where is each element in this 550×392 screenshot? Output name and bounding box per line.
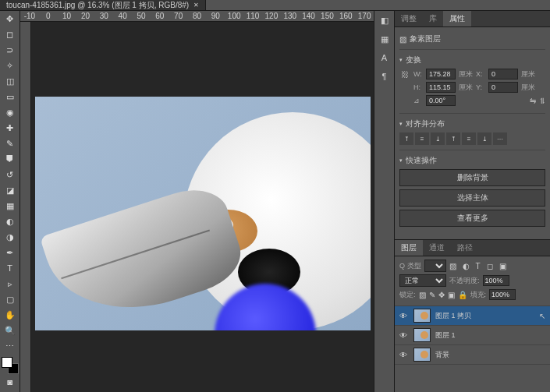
layer-thumbnail[interactable] bbox=[413, 348, 431, 362]
eraser-tool[interactable]: ◪ bbox=[0, 182, 20, 198]
filter-pixel-icon[interactable]: ▨ bbox=[449, 262, 456, 270]
tab-adjust[interactable]: 调整 bbox=[395, 11, 423, 26]
align-hcenter[interactable]: ≡ bbox=[415, 132, 429, 145]
align-top[interactable]: ⤒ bbox=[446, 132, 460, 145]
properties-header: 象素图层 bbox=[410, 34, 441, 44]
document-title: toucan-4185361.jpg @ 16.3% (图层 1 拷贝, RGB… bbox=[6, 0, 189, 11]
align-more[interactable]: ⋯ bbox=[493, 132, 507, 145]
remove-background-button[interactable]: 删除背景 bbox=[399, 169, 545, 186]
layer-row[interactable]: 👁 背景 bbox=[395, 345, 550, 365]
opacity-field[interactable] bbox=[483, 275, 509, 286]
align-right[interactable]: ⤓ bbox=[431, 132, 445, 145]
flip-horizontal-icon[interactable]: ⇋ bbox=[530, 97, 536, 105]
align-left[interactable]: ⤒ bbox=[399, 132, 413, 145]
view-more-button[interactable]: 查看更多 bbox=[399, 210, 545, 227]
document-tab[interactable]: toucan-4185361.jpg @ 16.3% (图层 1 拷贝, RGB… bbox=[0, 0, 206, 10]
flip-vertical-icon[interactable]: ⥮ bbox=[539, 97, 545, 105]
transform-title: 变换 bbox=[406, 55, 421, 65]
healing-tool[interactable]: ✚ bbox=[0, 120, 20, 136]
layer-kind-filter[interactable] bbox=[424, 260, 446, 272]
filter-smart-icon[interactable]: ▣ bbox=[499, 262, 506, 270]
layer-list: 👁 图层 1 拷贝 ↖ 👁 图层 1 👁 背景 bbox=[395, 306, 550, 392]
brush-tool[interactable]: ✎ bbox=[0, 136, 20, 151]
dodge-tool[interactable]: ◑ bbox=[0, 229, 20, 245]
select-subject-button[interactable]: 选择主体 bbox=[399, 189, 545, 207]
foreground-color-swatch[interactable] bbox=[2, 357, 12, 368]
visibility-icon[interactable]: 👁 bbox=[399, 331, 409, 340]
quick-mask-toggle[interactable]: ◙ bbox=[0, 374, 20, 390]
document-tab-bar: toucan-4185361.jpg @ 16.3% (图层 1 拷贝, RGB… bbox=[0, 0, 550, 11]
move-tool[interactable]: ✥ bbox=[0, 11, 20, 26]
color-swatches[interactable] bbox=[2, 357, 19, 374]
filter-shape-icon[interactable]: ◻ bbox=[487, 262, 493, 270]
height-field[interactable] bbox=[426, 82, 456, 93]
layer-thumbnail[interactable] bbox=[413, 309, 431, 323]
tab-layers[interactable]: 图层 bbox=[395, 240, 423, 256]
tab-library[interactable]: 库 bbox=[423, 11, 443, 26]
ruler-horizontal[interactable]: -100102030405060708090100110120130140150… bbox=[20, 11, 374, 22]
frame-tool[interactable]: ▭ bbox=[0, 89, 20, 104]
quick-actions-title: 快速操作 bbox=[406, 155, 437, 166]
shape-tool[interactable]: ▢ bbox=[0, 291, 20, 307]
layers-panel: 图层 通道 路径 Q 类型 ▨ ◐ T ◻ ▣ 正常 bbox=[395, 239, 550, 392]
type-tool[interactable]: T bbox=[0, 260, 20, 276]
y-field[interactable] bbox=[488, 82, 518, 93]
filter-adjust-icon[interactable]: ◐ bbox=[463, 262, 470, 270]
stamp-tool[interactable]: ⛊ bbox=[0, 151, 20, 167]
ruler-vertical[interactable] bbox=[20, 22, 31, 392]
crop-tool[interactable]: ◫ bbox=[0, 73, 20, 89]
marquee-tool[interactable]: ◻ bbox=[0, 26, 20, 42]
close-icon[interactable]: ✕ bbox=[193, 2, 199, 9]
history-brush-tool[interactable]: ↺ bbox=[0, 167, 20, 182]
paragraph-panel-icon[interactable]: ¶ bbox=[374, 67, 394, 86]
visibility-icon[interactable]: 👁 bbox=[399, 351, 409, 359]
layer-row[interactable]: 👁 图层 1 拷贝 ↖ bbox=[395, 306, 550, 326]
path-select-tool[interactable]: ▹ bbox=[0, 276, 20, 291]
visibility-icon[interactable]: 👁 bbox=[399, 312, 409, 320]
layer-name: 图层 1 拷贝 bbox=[435, 311, 471, 321]
pixel-layer-icon: ▨ bbox=[399, 35, 406, 44]
angle-field[interactable] bbox=[426, 95, 456, 106]
x-field[interactable] bbox=[488, 69, 518, 79]
layer-name: 背景 bbox=[435, 350, 449, 360]
lasso-tool[interactable]: ⊃ bbox=[0, 42, 20, 58]
layer-name: 图层 1 bbox=[435, 330, 456, 341]
character-panel-icon[interactable]: A bbox=[374, 48, 394, 67]
zoom-tool[interactable]: 🔍 bbox=[0, 323, 20, 338]
layer-thumbnail[interactable] bbox=[413, 328, 431, 342]
panels-column: 调整 库 属性 ▨ 象素图层 ▾变换 ⛓ W: 厘米 X: 厘米 bbox=[394, 11, 550, 392]
align-title: 对齐并分布 bbox=[406, 118, 445, 129]
lock-artboard-icon[interactable]: ▣ bbox=[448, 291, 455, 299]
pen-tool[interactable]: ✒ bbox=[0, 245, 20, 260]
edit-toolbar[interactable]: ⋯ bbox=[0, 338, 20, 354]
align-vcenter[interactable]: ≡ bbox=[462, 132, 476, 145]
blur-tool[interactable]: ◐ bbox=[0, 214, 20, 229]
canvas-area: -100102030405060708090100110120130140150… bbox=[20, 11, 374, 392]
properties-tabs: 调整 库 属性 bbox=[395, 11, 550, 27]
document-image bbox=[35, 97, 371, 330]
lock-pixels-icon[interactable]: ✎ bbox=[429, 291, 435, 299]
tab-properties[interactable]: 属性 bbox=[443, 11, 471, 26]
width-field[interactable] bbox=[426, 69, 456, 79]
filter-type-icon[interactable]: T bbox=[476, 262, 481, 270]
tab-paths[interactable]: 路径 bbox=[451, 240, 479, 256]
hand-tool[interactable]: ✋ bbox=[0, 307, 20, 323]
tools-panel: ✥ ◻ ⊃ ✧ ◫ ▭ ◉ ✚ ✎ ⛊ ↺ ◪ ▦ ◐ ◑ ✒ T ▹ ▢ ✋ … bbox=[0, 11, 20, 392]
eyedropper-tool[interactable]: ◉ bbox=[0, 104, 20, 120]
lock-all-icon[interactable]: 🔒 bbox=[458, 291, 467, 299]
layer-row[interactable]: 👁 图层 1 bbox=[395, 326, 550, 345]
canvas-viewport[interactable] bbox=[31, 22, 374, 392]
blend-mode-select[interactable]: 正常 bbox=[399, 274, 446, 287]
color-panel-icon[interactable]: ◧ bbox=[374, 11, 394, 30]
tab-channels[interactable]: 通道 bbox=[423, 240, 451, 256]
fill-field[interactable] bbox=[489, 289, 516, 300]
lock-position-icon[interactable]: ✥ bbox=[438, 291, 445, 299]
align-bottom[interactable]: ⤓ bbox=[477, 132, 491, 145]
collapsed-panels: ◧ ▦ A ¶ bbox=[374, 11, 394, 392]
magic-wand-tool[interactable]: ✧ bbox=[0, 58, 20, 73]
properties-panel: ▨ 象素图层 ▾变换 ⛓ W: 厘米 X: 厘米 H: bbox=[395, 27, 550, 239]
gradient-tool[interactable]: ▦ bbox=[0, 198, 20, 214]
swatches-panel-icon[interactable]: ▦ bbox=[374, 30, 394, 48]
link-wh-icon[interactable]: ⛓ bbox=[399, 70, 410, 79]
lock-transparency-icon[interactable]: ▨ bbox=[419, 291, 426, 299]
